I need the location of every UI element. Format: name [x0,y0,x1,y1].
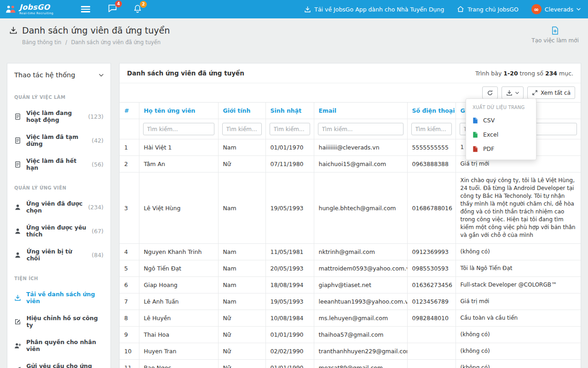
chat-badge: 4 [115,0,122,7]
column-header[interactable]: Số điện thoại [407,103,455,119]
candidate-phone: 0123456789 [407,293,455,310]
excel-file-icon [473,132,478,138]
download-app-link[interactable]: Tải về JobsGo App dành cho Nhà Tuyển Dụn… [304,6,444,13]
candidate-name: Huyen Tran [139,343,218,360]
sidebar-item[interactable]: Hiệu chỉnh hồ sơ công ty [7,310,110,334]
export-option-csv[interactable]: CSV [466,113,536,127]
candidate-phone: 0912369993 [407,244,455,260]
sidebar-title[interactable]: Thao tác hệ thống [7,63,110,86]
candidate-email: haiiiiiii@cleverads.vn [314,139,407,156]
download-icon [14,294,21,301]
filter-input[interactable] [411,123,452,135]
sidebar-item-label: Ứng viên đã được chọn [26,200,83,214]
new-job-document-icon [551,26,559,35]
candidate-birthday: 11/05/1981 [265,244,314,260]
page-header: Danh sách ứng viên đã ứng tuyển Bảng thô… [0,18,588,63]
sidebar-item-count: (56) [92,161,104,168]
export-menu-heading: XUẤT DỮ LIỆU TRANG [466,101,536,113]
column-header[interactable]: Giới tính [218,103,265,119]
table-row: 5Ngô Tiến ĐạtNam20/05/1993mattroidem0593… [120,260,581,277]
download-icon [304,6,311,13]
filter-cell [265,119,314,139]
candidate-gender: Nữ [218,310,265,327]
refresh-button[interactable] [482,86,498,99]
candidate-email: hungle.bhtech@gmail.com [314,172,407,244]
filter-cell [314,119,407,139]
notifications-button[interactable]: 2 [133,4,142,15]
filter-input[interactable] [222,123,262,135]
candidate-phone: 0982848010 [407,310,455,327]
sidebar-item[interactable]: Việc làm đang hoạt động(123) [7,104,110,128]
sidebar-item-count: (234) [88,204,104,211]
sidebar-item[interactable]: Gửi yêu cầu cho ứng viên [7,357,110,368]
home-link[interactable]: Trang chủ JobsGO [457,6,518,13]
page-title: Danh sách ứng viên đã ứng tuyển [22,25,170,35]
export-button[interactable] [502,86,524,99]
row-index: 5 [120,260,139,277]
sidebar-item[interactable]: Tải về danh sách ứng viên [7,286,110,310]
row-index: 8 [120,310,139,327]
user-plus-icon [14,342,21,349]
jobsgo-logo[interactable]: JobsGO Real-time Recruiting [5,4,53,15]
candidate-name: Lê Huyền [139,310,218,327]
candidate-birthday: 02/02/1990 [265,343,314,360]
chevron-down-icon [576,8,581,11]
view-all-button[interactable]: Xem tất cả [527,86,575,99]
candidate-intro: (không có) [455,327,581,343]
candidate-intro: Tôi là Ngô Tiến Đạt [455,260,581,277]
sidebar-item[interactable]: Ứng viên đã được chọn(234) [7,195,110,219]
candidate-phone: 0985530593 [407,260,455,277]
candidate-name: Lê Việt Hùng [139,172,218,244]
chat-button[interactable]: 4 [108,4,117,15]
filter-input[interactable] [318,123,404,135]
filter-input[interactable] [143,123,214,135]
candidate-birthday: 07/11/1980 [265,156,314,172]
sidebar-item[interactable]: Ứng viên được yêu thích(67) [7,219,110,243]
candidate-gender: Nam [218,277,265,293]
column-header[interactable]: Sinh nhật [265,103,314,119]
candidate-intro: Xin chào quý công ty, tôi là Lê Việt Hùn… [455,172,581,244]
document-icon [14,161,21,168]
breadcrumb: Bảng thông tin / Danh sách ứng viên đã ứ… [9,39,170,46]
candidate-birthday: 01/01/1990 [265,360,314,368]
csv-file-icon [473,117,478,124]
export-option-pdf[interactable]: PDF [466,142,536,156]
sidebar-item-label: Hiệu chỉnh hồ sơ công ty [26,315,104,328]
sidebar-item-label: Tải về danh sách ứng viên [26,291,104,305]
candidate-gender: Nam [218,172,265,244]
download-app-label: Tải về JobsGo App dành cho Nhà Tuyển Dụn… [314,6,444,13]
candidate-birthday: 01/01/1990 [265,327,314,343]
candidate-intro: Full-stack Developer @COLORGB™ [455,277,581,293]
sidebar-item[interactable]: Việc làm đã hết hạn(56) [7,152,110,176]
brand-name: JobsGO [19,4,53,11]
create-job-button[interactable]: Tạo việc làm mới [531,26,579,44]
candidate-intro: Cầu toàn và cầu tiến [455,310,581,327]
candidate-email: tranthanhhuyen229@gmail.com [314,343,407,360]
filter-input[interactable] [270,123,310,135]
sidebar-item-label: Phân quyền cho nhân viên [26,339,104,352]
column-header[interactable]: # [120,103,139,119]
filter-cell [407,119,455,139]
sidebar-item[interactable]: Ứng viên bị từ chối(84) [7,243,110,267]
breadcrumb-current: Danh sách ứng viên đã ứng tuyển [71,39,161,46]
breadcrumb-home[interactable]: Bảng thông tin [22,39,61,46]
table-row: 9Thai HoaNữ01/01/1990thaihoa57@gmail.com… [120,327,581,343]
table-row: 6Giap HoangNam18/08/1994giaphv@tiaset.ne… [120,277,581,293]
account-menu[interactable]: ∞ Cleverads [531,4,581,14]
user-icon [14,204,21,211]
sidebar-item[interactable]: Việc làm đã tạm dừng(42) [7,128,110,152]
chevron-down-icon [515,92,519,94]
table-row: 8Lê HuyềnNữ10/08/1984ms.lehuyen@gmail.co… [120,310,581,327]
sidebar-item[interactable]: Phân quyền cho nhân viên [7,334,110,357]
candidate-birthday: 10/08/1984 [265,310,314,327]
document-icon [14,113,21,120]
export-option-excel[interactable]: Excel [466,127,536,142]
column-header[interactable]: Email [314,103,407,119]
export-option-label: CSV [483,117,495,124]
candidate-phone [407,327,455,343]
menu-toggle-button[interactable] [79,4,92,14]
column-header[interactable]: Họ tên ứng viên [139,103,218,119]
candidate-name: Lê Anh Tuấn [139,293,218,310]
candidate-email: nktrinh@gmail.com [314,244,407,260]
candidate-phone: 01636273456 [407,277,455,293]
